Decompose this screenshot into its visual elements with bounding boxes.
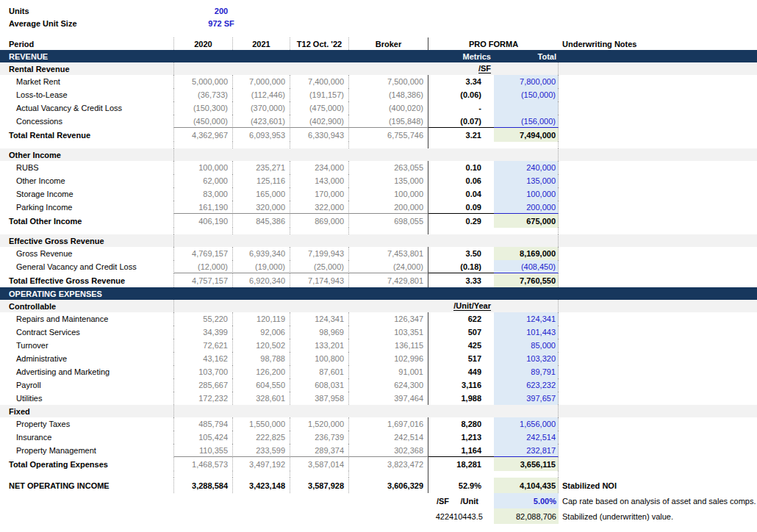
cell-total[interactable]: 242,514 bbox=[494, 431, 559, 444]
cell-metrics[interactable]: 517 bbox=[428, 352, 494, 365]
cell-total[interactable]: 623,232 bbox=[494, 378, 559, 392]
cell-t12[interactable]: 124,341 bbox=[290, 312, 349, 326]
cell-t12[interactable]: 7,174,943 bbox=[290, 273, 349, 287]
cell-metrics[interactable]: 1,988 bbox=[428, 392, 494, 405]
cell-2021[interactable]: 98,788 bbox=[233, 352, 290, 365]
cell-2020[interactable]: 110,355 bbox=[174, 444, 233, 457]
cell-2020[interactable]: 4,757,157 bbox=[174, 273, 233, 287]
cell-2021[interactable]: 845,386 bbox=[233, 214, 290, 228]
cell-2020[interactable]: (12,000) bbox=[174, 260, 233, 273]
cell-2020[interactable]: 100,000 bbox=[174, 161, 233, 174]
cell-metrics[interactable]: 0.06 bbox=[428, 174, 494, 187]
cell-metrics[interactable]: 0.09 bbox=[428, 201, 494, 214]
cell-total[interactable]: 7,800,000 bbox=[494, 75, 559, 88]
cell-total[interactable]: 85,000 bbox=[494, 339, 559, 352]
cell-2021[interactable]: (423,601) bbox=[233, 115, 290, 128]
cell-2021[interactable]: (19,000) bbox=[233, 260, 290, 273]
cell-metrics[interactable]: 3.50 bbox=[428, 247, 494, 260]
cell-2020[interactable]: 5,000,000 bbox=[174, 75, 233, 88]
cell-metrics[interactable]: 0.29 bbox=[428, 214, 494, 228]
cell-2021[interactable]: 222,825 bbox=[233, 431, 290, 444]
cell-metrics[interactable]: - bbox=[428, 101, 494, 115]
cell-2021[interactable]: 92,006 bbox=[233, 326, 290, 339]
cell-total[interactable]: 103,320 bbox=[494, 352, 559, 365]
cell-2021[interactable]: 7,000,000 bbox=[233, 75, 290, 88]
cell-total[interactable]: 397,657 bbox=[494, 392, 559, 405]
cell-2021[interactable]: 126,200 bbox=[233, 365, 290, 378]
cell-2020[interactable]: 161,190 bbox=[174, 201, 233, 214]
cell-metrics[interactable]: (0.06) bbox=[428, 88, 494, 101]
cell-t12[interactable]: 7,400,000 bbox=[290, 75, 349, 88]
cell-broker[interactable]: (195,848) bbox=[349, 115, 428, 128]
cell-metrics[interactable]: 18,281 bbox=[428, 457, 494, 471]
cell-total[interactable]: 8,169,000 bbox=[494, 247, 559, 260]
cell-2020[interactable]: 55,220 bbox=[174, 312, 233, 326]
cell-2021[interactable]: (112,446) bbox=[233, 88, 290, 101]
cell-metrics[interactable]: 507 bbox=[428, 326, 494, 339]
cell-broker[interactable]: (400,020) bbox=[349, 101, 428, 115]
cell-2021[interactable]: (370,000) bbox=[233, 101, 290, 115]
cell-2020[interactable]: 485,794 bbox=[174, 417, 233, 431]
cell-t12[interactable]: (475,000) bbox=[290, 101, 349, 115]
cell-total[interactable]: 1,656,000 bbox=[494, 417, 559, 431]
cell-2020[interactable]: 172,232 bbox=[174, 392, 233, 405]
cell-broker[interactable]: 91,001 bbox=[349, 365, 428, 378]
cell-2021[interactable]: 120,502 bbox=[233, 339, 290, 352]
cell-broker[interactable]: 103,351 bbox=[349, 326, 428, 339]
bottom-note[interactable]: Stabilized (underwritten) value. bbox=[559, 508, 757, 524]
cell-t12[interactable]: 1,520,000 bbox=[290, 417, 349, 431]
cell-broker[interactable]: (148,386) bbox=[349, 88, 428, 101]
cell-t12[interactable]: 143,000 bbox=[290, 174, 349, 187]
cell-broker[interactable]: 136,115 bbox=[349, 339, 428, 352]
cell-total[interactable]: 101,443 bbox=[494, 326, 559, 339]
cell-metrics[interactable]: (0.18) bbox=[428, 260, 494, 273]
cell-total[interactable]: 135,000 bbox=[494, 174, 559, 187]
cell-total[interactable] bbox=[494, 101, 559, 115]
cell-2021[interactable]: 6,093,953 bbox=[233, 128, 290, 142]
cell-t12[interactable]: 869,000 bbox=[290, 214, 349, 228]
cell-broker[interactable]: 200,000 bbox=[349, 201, 428, 214]
cell-2020[interactable]: 406,190 bbox=[174, 214, 233, 228]
avg-unit-size-value[interactable]: 972 SF bbox=[174, 19, 268, 28]
cell-broker[interactable]: 242,514 bbox=[349, 431, 428, 444]
cell-broker[interactable]: (24,000) bbox=[349, 260, 428, 273]
cell-2021[interactable]: 604,550 bbox=[233, 378, 290, 392]
cell-broker[interactable]: 263,055 bbox=[349, 161, 428, 174]
cell-metrics[interactable]: 0.04 bbox=[428, 187, 494, 201]
cell-2021[interactable]: 120,119 bbox=[233, 312, 290, 326]
cell-total[interactable]: 232,817 bbox=[494, 444, 559, 457]
cell-broker[interactable]: 3,606,329 bbox=[349, 478, 428, 493]
cell-broker[interactable]: 698,055 bbox=[349, 214, 428, 228]
bottom-sf-value[interactable]: 422 bbox=[431, 512, 449, 521]
cell-2020[interactable]: 285,667 bbox=[174, 378, 233, 392]
cell-metrics[interactable]: 3.34 bbox=[428, 75, 494, 88]
cell-total[interactable]: 675,000 bbox=[494, 214, 559, 228]
cell-metrics[interactable]: 8,280 bbox=[428, 417, 494, 431]
cell-t12[interactable]: 322,000 bbox=[290, 201, 349, 214]
cell-note[interactable]: Stabilized NOI bbox=[559, 478, 757, 493]
cell-total[interactable]: 89,791 bbox=[494, 365, 559, 378]
cell-broker[interactable]: 7,453,801 bbox=[349, 247, 428, 260]
cell-2020[interactable]: 1,468,573 bbox=[174, 457, 233, 471]
cell-2021[interactable]: 3,497,192 bbox=[233, 457, 290, 471]
cell-2020[interactable]: 43,162 bbox=[174, 352, 233, 365]
cell-broker[interactable]: 102,996 bbox=[349, 352, 428, 365]
cell-metrics[interactable]: 52.9% bbox=[428, 478, 494, 493]
bottom-unit-value[interactable]: 410443.5 bbox=[449, 512, 478, 521]
cell-metrics[interactable]: 622 bbox=[428, 312, 494, 326]
cell-2020[interactable]: 4,769,157 bbox=[174, 247, 233, 260]
cell-broker[interactable]: 302,368 bbox=[349, 444, 428, 457]
cell-2021[interactable]: 165,000 bbox=[233, 187, 290, 201]
bottom-total-cell[interactable]: 5.00% bbox=[494, 493, 559, 508]
cell-total[interactable]: 124,341 bbox=[494, 312, 559, 326]
cell-total[interactable]: 100,000 bbox=[494, 187, 559, 201]
cell-t12[interactable]: 133,201 bbox=[290, 339, 349, 352]
cell-total[interactable]: 7,494,000 bbox=[494, 128, 559, 142]
cell-2021[interactable]: 233,599 bbox=[233, 444, 290, 457]
cell-metrics[interactable]: 3.33 bbox=[428, 273, 494, 287]
cell-2020[interactable]: 83,000 bbox=[174, 187, 233, 201]
cell-broker[interactable]: 624,300 bbox=[349, 378, 428, 392]
cell-metrics[interactable]: (0.07) bbox=[428, 115, 494, 128]
cell-2021[interactable]: 3,423,148 bbox=[233, 478, 290, 493]
cell-t12[interactable]: 387,958 bbox=[290, 392, 349, 405]
